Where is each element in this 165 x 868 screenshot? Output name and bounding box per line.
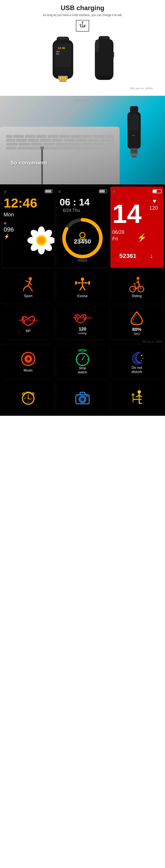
charging-section: Chargeing [0,96,165,184]
watch-face-2: ↺ 06 : 14 6/24 Thu 23450 steps [56,186,109,268]
svg-point-60 [80,232,85,238]
svg-text:23450: 23450 [74,238,91,245]
usb-title: USB charging [8,4,157,12]
svg-line-117 [82,356,85,359]
svg-rect-109 [78,350,80,351]
svg-text:↺: ↺ [4,190,7,194]
svg-point-6 [82,22,83,23]
so-convenient-label: So convenient [10,159,47,166]
svg-rect-36 [45,190,52,193]
stopwatch-sublabel: watch [78,370,87,374]
riding-feature: Riding [110,270,163,304]
svg-text:6/24      Thu: 6/24 Thu [63,208,80,213]
svg-text:Fri: Fri [112,236,118,242]
svg-text:096: 096 [4,226,14,233]
svg-rect-22 [113,52,114,57]
riding-cyclist-icon [129,276,145,293]
svg-text:Mon: Mon [56,51,60,53]
svg-rect-108 [80,349,85,351]
camera-feature [56,380,109,414]
svg-point-119 [142,358,143,359]
stopwatch-feature: Stop watch [56,344,109,378]
donotdisturb-sublabel: disturb [132,370,142,374]
spo2-feature: 80% Spo2 [110,305,163,339]
alarm-clock-icon [20,389,36,405]
svg-line-77 [29,282,32,285]
svg-rect-30 [131,149,137,153]
watch-face-3-svg: ↺ 14 ♥ 120 06/28 Fri ⚡ 52361 ↓ [111,187,163,268]
usb-device-charging-img: USB [124,106,144,168]
svg-rect-85 [75,281,77,284]
bp-label: BP [26,329,30,333]
svg-rect-33 [132,155,137,158]
svg-point-122 [23,393,25,395]
features-grid-3: ♪ Music Stop [2,344,163,378]
svg-text:♪: ♪ [26,356,28,362]
svg-line-81 [31,288,32,291]
svg-line-87 [80,286,82,290]
features-row-1: Sport Excise [0,269,165,305]
svg-text:06/28: 06/28 [112,229,125,235]
svg-text:↓: ↓ [150,252,153,259]
svg-rect-32 [135,154,138,155]
svg-text:USB: USB [132,134,135,136]
watch-faces-grid: ↺ 12:46 Mon ♥ 096 ⚡ [2,186,163,268]
stopwatch-icon [74,349,91,366]
features-grid-1: Sport Excise [2,270,163,304]
svg-text:12:46: 12:46 [4,195,37,210]
svg-point-131 [28,398,29,399]
device-left-img: 12:46 Mon 096 [45,36,80,85]
laptop-body [0,127,120,184]
bp-heartbeat-icon [19,312,37,328]
svg-point-91 [137,277,139,280]
watch-face-1: ↺ 12:46 Mon ♥ 096 ⚡ [2,186,55,268]
svg-text:52361: 52361 [119,252,136,259]
svg-text:⚡: ⚡ [4,234,10,239]
spo2-value-label: 80% [132,327,141,332]
features-row-2: BP 120 mmHg 80% Spo2 [0,305,165,340]
svg-line-78 [25,285,28,288]
svg-text:steps: steps [78,258,87,262]
bp-feature: BP [2,305,55,339]
svg-line-79 [23,288,25,291]
svg-point-120 [141,360,142,361]
svg-line-100 [138,280,139,284]
features-row-3: ♪ Music Stop [0,343,165,379]
svg-text:♥: ♥ [153,197,156,205]
svg-text:12:46: 12:46 [58,46,65,50]
hr-heartbeat-icon [73,311,92,327]
svg-rect-137 [77,396,79,397]
svg-rect-27 [129,114,139,131]
features-row-4 [0,379,165,416]
spo2-unit-label: Spo2 [134,332,140,335]
svg-line-80 [28,285,31,288]
excise-lifter-icon [74,276,91,293]
charging-label: Chargeing [76,99,90,102]
svg-rect-25 [130,106,138,112]
watch-face-3: ↺ 14 ♥ 120 06/28 Fri ⚡ 52361 ↓ [110,186,163,268]
svg-rect-136 [86,396,88,397]
sedentary-person-icon [129,389,145,405]
sport-feature: Sport [2,270,55,304]
camera-icon [74,389,91,405]
svg-text:14: 14 [112,199,141,228]
music-feature: ♪ Music [2,344,55,378]
svg-line-76 [26,281,29,282]
svg-text:↺: ↺ [58,190,61,194]
hr-unit-label: mmHg [79,332,86,335]
music-label: Music [24,368,33,372]
watch-faces-section: ↺ 12:46 Mon ♥ 096 ⚡ [0,184,165,269]
watch-face-1-svg: ↺ 12:46 Mon ♥ 096 ⚡ [2,187,54,268]
svg-text:⚡: ⚡ [137,233,147,243]
svg-text:♥: ♥ [4,221,7,226]
svg-point-52 [38,237,45,244]
sedentary-feature [110,380,163,414]
watch-face-2-svg: ↺ 06 : 14 6/24 Thu 23450 steps [56,187,109,268]
svg-rect-55 [100,190,105,193]
svg-line-88 [82,286,85,290]
usb-subtitle: As long as you have a USB interface, you… [8,13,157,17]
svg-point-90 [85,282,87,284]
device-right-img [89,36,120,85]
hr-feature: 120 mmHg [56,305,109,339]
svg-rect-11 [59,80,66,82]
